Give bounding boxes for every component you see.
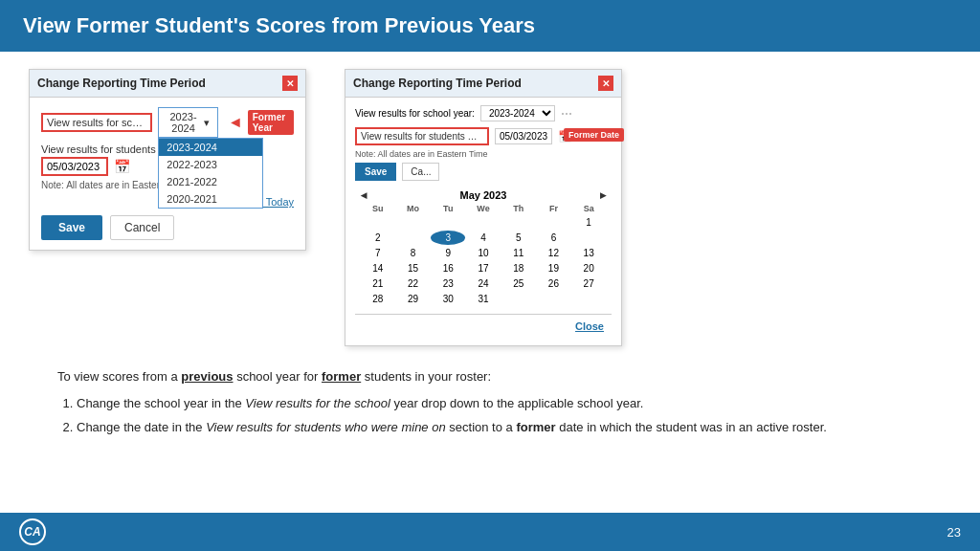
left-dialog-title: Change Reporting Time Period [37,77,206,90]
cal-day-15[interactable]: 15 [396,261,431,276]
left-dialog-close-btn[interactable]: ✕ [282,76,298,91]
cal-day-19[interactable]: 19 [537,261,571,276]
cal-divider [355,314,612,315]
dropdown-item-2022[interactable]: 2022-2023 [159,156,262,173]
right-school-year-dropdown[interactable]: 2023-2024 [480,105,555,121]
cal-day-22[interactable]: 22 [396,276,431,291]
former-year-annotation: ◄ Former Year [228,110,294,135]
cal-empty [537,215,571,230]
cal-day-31[interactable]: 31 [466,292,501,306]
cal-day-27[interactable]: 27 [571,276,606,291]
day-su: Su [361,204,395,213]
cal-empty [431,215,465,230]
dropdown-item-2021[interactable]: 2021-2022 [159,173,262,190]
cal-empty [361,215,395,230]
cal-day-24[interactable]: 24 [466,276,501,291]
cal-empty [466,215,501,230]
cal-day-16[interactable]: 16 [431,261,465,276]
step2-middle: section to a [449,420,516,434]
cal-day-25[interactable]: 25 [501,276,536,291]
screenshots-row: Change Reporting Time Period ✕ View resu… [29,69,951,346]
cal-day-8[interactable]: 8 [396,246,431,260]
cal-day-14[interactable]: 14 [361,261,395,276]
intro-paragraph: To view scores from a previous school ye… [57,367,923,386]
cal-next-icon[interactable]: ▸ [600,188,606,202]
cal-day-6[interactable]: 6 [537,231,571,245]
cal-empty [571,292,606,306]
cal-empty [501,292,536,306]
page-number: 23 [947,525,961,540]
cal-day-7[interactable]: 7 [361,246,395,260]
dropdown-menu: 2023-2024 2022-2023 2021-2022 2020-2021 [158,138,263,209]
cal-day-30[interactable]: 30 [431,292,465,306]
main-content: Change Reporting Time Period ✕ View resu… [0,52,980,452]
cal-day-29[interactable]: 29 [396,292,431,306]
cal-day-2[interactable]: 2 [361,231,395,245]
text-section: To view scores from a previous school ye… [29,367,951,443]
cal-day-18[interactable]: 18 [501,261,536,276]
left-dialog: Change Reporting Time Period ✕ View resu… [29,69,306,251]
right-dialog-close-btn[interactable]: ✕ [598,76,613,91]
cal-grid: Su Mo Tu We Th Fr Sa [355,204,612,310]
cal-day-3[interactable]: 3 [431,231,465,245]
date-input[interactable] [41,157,108,176]
cal-week-header: Su Mo Tu We Th Fr Sa [361,204,606,213]
dropdown-item-2023[interactable]: 2023-2024 [159,139,262,156]
cal-day-13[interactable]: 13 [571,246,606,260]
intro-end: students in your roster: [365,369,491,384]
cal-day-9[interactable]: 9 [431,246,465,260]
cal-day-5[interactable]: 5 [501,231,536,245]
cal-day-10[interactable]: 10 [466,246,501,260]
dropdown-arrow-icon: ▾ [204,117,210,129]
page-title: View Former Student's Scores from Previo… [23,13,535,37]
cal-empty [571,231,606,245]
cal-day-28[interactable]: 28 [361,292,395,306]
right-cancel-btn[interactable]: Ca... [402,163,439,181]
right-save-btn[interactable]: Save [355,163,396,181]
right-dialog: Change Reporting Time Period ✕ View resu… [345,69,622,346]
left-dialog-title-bar: Change Reporting Time Period ✕ [30,70,305,98]
day-fr: Fr [537,204,571,213]
cal-day-17[interactable]: 17 [466,261,501,276]
intro-middle: school year for [236,369,322,384]
former-date-badge: Former Date [564,128,624,142]
cal-day-11[interactable]: 11 [501,246,536,260]
right-date-input[interactable] [495,128,552,144]
cancel-button[interactable]: Cancel [110,215,174,240]
calendar-icon[interactable]: 📅 [114,159,130,174]
cal-day-1[interactable]: 1 [571,215,606,230]
day-tu: Tu [431,204,465,213]
cal-day-20[interactable]: 20 [571,261,606,276]
left-dialog-body: View results for school year 2023-2024 ▾… [30,98,305,250]
school-year-label-highlighted: View results for school year [41,113,152,132]
step2-end: date in which the student was in an acti… [559,420,827,434]
cal-prev-icon[interactable]: ◂ [361,188,367,202]
calendar: ◂ May 2023 ▸ Su Mo Tu We Th Fr [355,187,612,338]
former-year-arrow-icon: ◄ [228,114,243,131]
cal-close-row: Close [355,319,612,338]
cal-empty [501,215,536,230]
cal-day-21[interactable]: 21 [361,276,395,291]
right-student-field: View results for students who were mine … [355,127,489,145]
save-button[interactable]: Save [41,215,102,240]
step1-italic: View results for the school [245,396,390,410]
right-school-year-row: View results for school year: 2023-2024 … [355,105,612,121]
former-text: former [322,369,361,384]
day-th: Th [501,204,536,213]
cal-empty [396,231,431,245]
step2-italic: View results for students who were mine … [206,420,446,434]
day-mo: Mo [396,204,431,213]
day-we: We [466,204,501,213]
previous-text: previous [181,369,233,384]
dropdown-item-2020[interactable]: 2020-2021 [159,190,262,208]
cal-day-12[interactable]: 12 [537,246,571,260]
step1-text: Change the school year in the [77,396,245,410]
cal-day-4[interactable]: 4 [466,231,501,245]
school-year-row: View results for school year 2023-2024 ▾… [41,107,294,138]
cal-empty [396,215,431,230]
cal-day-23[interactable]: 23 [431,276,465,291]
close-text-btn[interactable]: Close [575,320,604,332]
step2-text: Change the date in the [77,420,206,434]
school-year-dropdown-btn[interactable]: 2023-2024 ▾ [158,107,218,138]
cal-day-26[interactable]: 26 [537,276,571,291]
